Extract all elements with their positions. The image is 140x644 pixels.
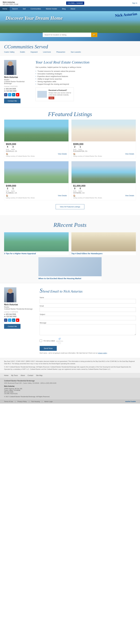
bottom-agent-title: Realtor	[4, 306, 34, 308]
footer-agent-dre: CA DRE #01972231	[4, 393, 136, 394]
view-details-4[interactable]: View Details	[125, 195, 134, 196]
subject-input[interactable]	[40, 316, 136, 320]
view-all-container: View All Featured Listings	[0, 204, 140, 216]
agent-name-header: Nick Asturias	[3, 1, 18, 3]
listing-beds-4: 0 beds	[73, 187, 77, 192]
view-details-1[interactable]: View Details	[58, 153, 67, 155]
email-input[interactable]	[40, 307, 136, 312]
agent-name: Nick Asturias	[4, 76, 31, 78]
nav-blog[interactable]: Blog	[60, 6, 68, 11]
featured-listings-section: FFeatured Listings $929,000 4 beds 3 bat…	[0, 108, 140, 216]
footer-terms[interactable]: Terms of Use	[4, 401, 13, 402]
listing-bottom-1: 🏠 View Details	[6, 153, 67, 155]
post-title-1[interactable]: 3 Tips for a Higher Home Appraisal	[4, 251, 69, 255]
footer-agent-address1: 23900 Highway 88 Ste 205	[4, 388, 136, 390]
footer-fair-housing[interactable]: Fair Housing	[31, 401, 40, 402]
agent-phone-m: m: 510.583.5400	[4, 90, 31, 92]
nav-sell[interactable]: Sell	[20, 6, 28, 11]
youtube-icon[interactable]: ▶	[16, 93, 19, 96]
agent-description: Get a positive, helpful partner for buyi…	[36, 66, 136, 68]
name-input[interactable]	[40, 299, 136, 304]
contact-me-button[interactable]: Contact Me	[4, 98, 21, 103]
brokerage-name: Coldwell Banker Residential Brokerage	[4, 380, 136, 382]
listing-beds-baths-4: 0 beds 0 baths	[73, 187, 134, 192]
bottom-contact-me-button[interactable]: Contact Me	[4, 324, 21, 329]
footer-admin-login[interactable]: Admin Login	[44, 401, 53, 402]
footer-agent-address2: Castro Valley, CA 94546	[4, 390, 136, 391]
hero-search-button[interactable]: 🔍	[91, 32, 97, 37]
view-details-2[interactable]: View Details	[125, 153, 134, 155]
listing-location-1: DANVILLE, CA	[6, 150, 67, 152]
feature-6: Support through the closing and beyond	[36, 83, 136, 86]
listing-bottom-4: 🏠 View Details	[73, 194, 134, 197]
agent-company: Coldwell Banker Residential Brokerage	[4, 81, 31, 84]
bottom-social-icons: f t in ▶	[4, 318, 34, 322]
footer-privacy[interactable]: Privacy Policy	[18, 401, 27, 402]
listing-baths-1: 3 baths	[11, 146, 15, 150]
facebook-icon[interactable]: f	[4, 93, 7, 96]
message-textarea[interactable]	[40, 324, 136, 335]
listing-card-1: $929,000 4 beds 3 baths DANVILLE, CA 🏠 V…	[4, 120, 69, 158]
recaptcha-checkbox[interactable]	[40, 340, 42, 342]
footer-nav-contact[interactable]: Contact	[28, 374, 33, 376]
community-castro-valley[interactable]: Castro Valley	[4, 51, 15, 53]
community-dublin[interactable]: Dublin	[20, 51, 25, 53]
community-livermore[interactable]: Livermore	[43, 51, 51, 53]
postcard-enter-button[interactable]: Enter	[48, 96, 54, 99]
community-pleasanton[interactable]: Pleasanton	[56, 51, 65, 53]
listing-beds-2: 2 beds	[73, 146, 77, 150]
bottom-contact-form: SSend Email to Nick Asturias Name Email …	[40, 287, 136, 354]
logo-area: COLDWELL BANKER	[66, 2, 84, 5]
twitter-icon[interactable]: t	[8, 93, 11, 96]
community-hayward[interactable]: Hayward	[31, 51, 37, 53]
listing-price-1: $929,000	[6, 143, 67, 146]
hero-search-input[interactable]	[43, 32, 91, 37]
footer-agent-phone: 925.344.5506	[4, 391, 136, 393]
listing-info-3: $499,000 2 beds 1 baths ALAMEDA, CA 🏠 Vi…	[4, 183, 68, 200]
bottom-facebook-icon[interactable]: f	[4, 318, 7, 322]
postcard-description: Simply enter your access code for a free…	[48, 92, 72, 96]
bottom-linkedin-icon[interactable]: in	[12, 318, 15, 322]
recaptcha-row: I'm not a robot ↺ reCAPTCHA Privacy - Te…	[40, 337, 136, 344]
hero-search-bar: 🔍	[43, 32, 97, 37]
bottom-agent-phone-o: o: 925.344.5506	[4, 313, 34, 315]
linkedin-icon[interactable]: in	[12, 93, 15, 96]
bottom-agent-phone-m: m: 510.583.5400	[4, 316, 34, 318]
post-card-2: Top 4 Deal Killers for Homebuyers	[71, 232, 136, 255]
nav-communities[interactable]: Communities	[28, 6, 43, 11]
view-all-listings-button[interactable]: View All Featured Listings	[56, 204, 85, 209]
listing-card-3: $499,000 2 beds 1 baths ALAMEDA, CA 🏠 Vi…	[4, 161, 69, 200]
nav-home[interactable]: Home	[0, 6, 10, 11]
footer-nav-my-tours[interactable]: My Tours	[11, 374, 18, 376]
privacy-policy-link[interactable]: privacy policy	[98, 352, 107, 354]
listing-baths-2: 1 baths	[79, 146, 82, 150]
footer-bottom-links: Terms of Use | Privacy Policy | Fair Hou…	[4, 401, 53, 402]
sign-in-button[interactable]: Sign In	[132, 2, 137, 4]
listing-location-4: HAYWARD, CA	[73, 192, 134, 194]
feature-2: Innovative marketing strategies	[36, 72, 136, 75]
communities-section: CCommunities Served Castro Valley Dublin…	[0, 41, 140, 56]
bottom-twitter-icon[interactable]: t	[8, 318, 11, 322]
nav-market-insider[interactable]: Market Insider	[43, 6, 59, 11]
feature-4: Ability to target home searches	[36, 78, 136, 80]
listing-baths-4: 0 baths	[79, 187, 82, 192]
view-details-3[interactable]: View Details	[58, 195, 67, 196]
listing-logo-2: 🏠	[73, 153, 76, 155]
recaptcha-label: I'm not a robot	[43, 340, 55, 342]
post-title-2[interactable]: Top 4 Deal Killers for Homebuyers	[71, 251, 136, 255]
nav-about[interactable]: About	[68, 6, 78, 11]
footer-nav-about[interactable]: About	[21, 374, 25, 376]
agent-features-list: Trusted resource for answers about the p…	[36, 70, 136, 86]
bottom-youtube-icon[interactable]: ▶	[16, 318, 19, 322]
send-now-button[interactable]: Send Now	[40, 346, 57, 351]
footer-nav-site-map[interactable]: Site Map	[36, 374, 42, 376]
agent-left-panel: Nick Asturias Realtor Coldwell Banker Re…	[4, 60, 31, 103]
community-san-leandro[interactable]: San Leandro	[71, 51, 81, 53]
agent-photo	[4, 60, 16, 75]
nav-search[interactable]: Search	[10, 6, 20, 11]
footer-nav-home[interactable]: Home	[4, 374, 9, 376]
email-field-container: Email	[40, 305, 136, 312]
bottom-agent-license: License #: 01972231	[4, 311, 34, 313]
post-title-3[interactable]: When to Get Excited About the Housing Ma…	[38, 276, 102, 280]
footer-info: Coldwell Banker Residential Brokerage 22…	[0, 378, 140, 400]
